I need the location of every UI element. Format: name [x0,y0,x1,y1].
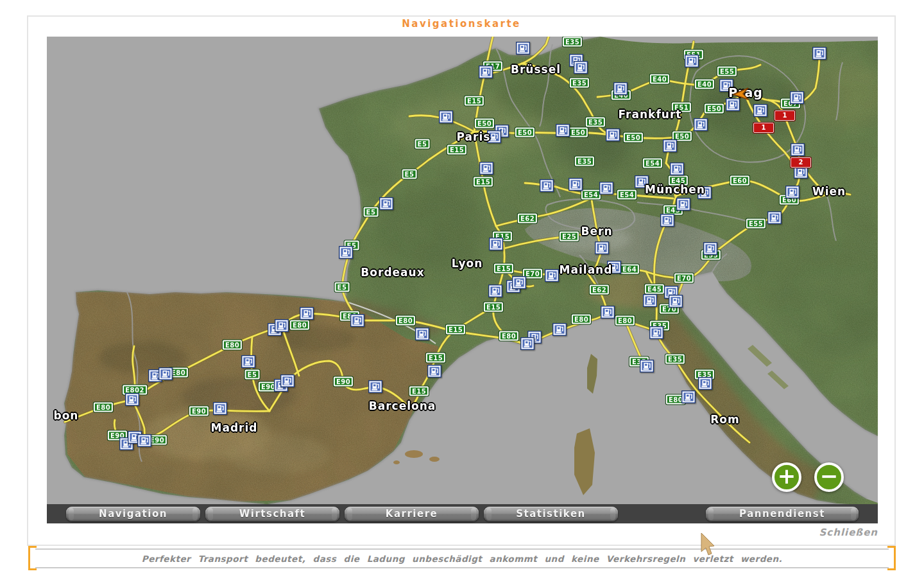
fuel-station-icon [599,182,613,195]
fuel-station-icon [574,61,588,74]
fuel-station-icon [213,402,227,415]
road-label-e5: E5 [245,370,260,380]
route-marker-1: 1 [774,110,795,121]
fuel-station-icon [791,143,805,156]
city-label-lyon: Lyon [452,257,483,270]
road-label-e15: E15 [484,302,503,312]
road-label-e80: E80 [94,403,113,412]
road-label-e15: E15 [465,96,484,106]
city-label-m-nchen: München [645,183,705,196]
fuel-station-icon [241,355,255,368]
close-link[interactable]: Schließen [819,527,878,538]
road-label-e50: E50 [515,128,535,137]
fuel-station-icon [640,360,654,372]
road-label-e55: E55 [746,219,766,229]
fuel-station-icon [601,306,615,319]
toolbar-button-statistiken[interactable]: Statistiken [484,507,618,521]
road-label-e54: E54 [643,159,662,168]
city-label-wien: Wien [812,185,846,198]
road-label-e45: E45 [645,285,664,294]
road-label-e80: E80 [615,316,635,326]
road-label-e5: E5 [335,283,350,292]
fuel-station-icon [368,380,382,393]
road-label-e90: E90 [189,407,209,416]
fuel-station-icon [137,434,151,447]
road-label-e40: E40 [695,80,714,89]
bracket-right-icon [887,546,896,570]
city-label-rom: Rom [710,413,739,426]
road-label-e15: E15 [474,177,493,187]
toolbar-button-navigation[interactable]: Navigation [66,507,200,521]
fuel-station-icon [790,91,804,104]
fuel-station-icon [698,377,712,390]
toolbar: NavigationWirtschaftKarriereStatistikenP… [47,504,878,523]
route-marker-2: 2 [791,157,811,168]
fuel-station-icon [649,326,663,339]
fuel-station-icon [280,374,295,387]
road-label-e15: E15 [446,325,465,335]
fuel-station-icon [545,269,559,282]
road-label-e80: E80 [499,331,518,341]
city-label-frankfurt: Frankfurt [619,108,682,121]
road-label-e50: E50 [569,128,588,137]
fuel-station-icon [512,276,526,289]
road-label-e50: E50 [624,133,643,143]
road-label-e35: E35 [563,37,582,47]
road-label-e80: E80 [223,340,242,350]
road-label-e64: E64 [620,265,639,274]
road-label-e80: E80 [396,316,415,326]
fuel-station-icon [685,55,699,67]
city-label-mailand: Mailand [560,263,613,276]
fuel-station-icon [379,197,393,210]
road-label-e50: E50 [475,119,494,128]
road-label-e90: E90 [334,377,353,387]
map[interactable]: E35E17E35E40E40E51E55E40E15E35E50E50E50E… [47,37,878,504]
road-label-e15: E15 [409,387,429,396]
navigation-panel: Navigationskarte [27,15,896,546]
city-label-madrid: Madrid [211,421,258,434]
fuel-station-icon [660,214,674,227]
city-label-bordeaux: Bordeaux [361,266,424,279]
toolbar-button-wirtschaft[interactable]: Wirtschaft [205,507,339,521]
fuel-station-icon [427,365,441,378]
road-label-e35: E35 [570,78,589,88]
road-label-e35: E35 [575,157,594,166]
toolbar-button-pannendienst[interactable]: Pannendienst [706,507,859,521]
road-label-e60: E60 [730,176,749,186]
fuel-station-icon [552,323,567,336]
fuel-station-icon [703,242,717,255]
fuel-station-icon [520,337,535,350]
road-label-e5: E5 [415,139,430,149]
fuel-station-icon [681,390,696,403]
road-label-e62: E62 [590,285,609,295]
fuel-station-icon [726,98,740,111]
fuel-station-icon [694,118,708,131]
fuel-station-icon [595,241,609,254]
road-label-e80: E80 [572,315,591,324]
fuel-station-icon [556,124,570,137]
city-label-bern: Bern [581,225,613,238]
road-label-e5: E5 [364,207,379,217]
fuel-station-icon [767,211,782,224]
road-label-e80: E80 [290,320,309,330]
map-overlays: E35E17E35E40E40E51E55E40E15E35E50E50E50E… [47,37,878,504]
fuel-station-icon [540,179,554,192]
fuel-station-icon [812,47,826,60]
zoom-out-button[interactable]: − [814,462,844,492]
fuel-station-icon [794,166,808,179]
toolbar-button-karriere[interactable]: Karriere [345,507,479,521]
fuel-station-icon [339,246,353,259]
route-marker-1: 1 [753,123,774,133]
page-title: Navigationskarte [28,18,894,30]
status-text: Perfekter Transport bedeutet, dass die L… [142,554,783,564]
fuel-station-icon [753,104,767,117]
road-label-e62: E62 [518,214,537,223]
zoom-in-button[interactable]: + [772,462,801,492]
road-label-e70: E70 [674,274,694,283]
city-label-br-ssel: Brüssel [511,63,561,76]
fuel-station-icon [479,66,493,78]
fuel-station-icon [569,178,583,191]
road-label-e35: E35 [586,118,605,127]
road-label-e35: E35 [665,355,685,364]
fuel-station-icon [125,393,139,406]
